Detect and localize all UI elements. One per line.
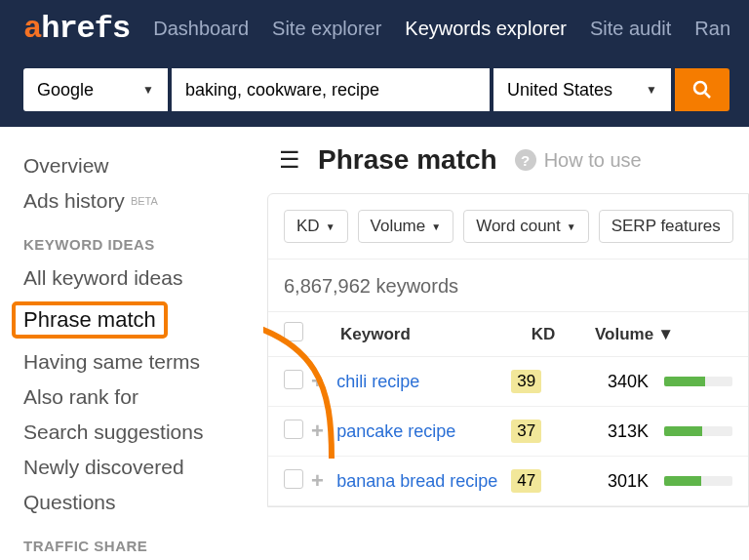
sort-descending-icon: ▼: [657, 325, 674, 344]
sidebar-item-label: Having same terms: [23, 350, 200, 374]
sidebar-overview[interactable]: Overview: [23, 154, 246, 178]
caret-down-icon: ▼: [646, 83, 657, 97]
menu-icon[interactable]: ☰: [279, 146, 300, 174]
search-engine-value: Google: [37, 80, 94, 100]
brand-logo[interactable]: ahrefs: [23, 11, 130, 47]
sidebar-also-rank-for[interactable]: Also rank for: [23, 385, 246, 409]
filter-label: SERP features: [611, 217, 721, 236]
question-icon: ?: [515, 149, 536, 171]
sidebar-having-same-terms[interactable]: Having same terms: [23, 350, 246, 374]
caret-down-icon: ▼: [326, 221, 335, 232]
search-engine-select[interactable]: Google ▼: [23, 68, 168, 111]
country-value: United States: [507, 80, 612, 100]
result-count: 6,867,962 keywords: [268, 259, 748, 311]
filters-row: KD▼ Volume▼ Word count▼ SERP features: [268, 210, 748, 259]
filter-word-count[interactable]: Word count▼: [463, 210, 589, 243]
sidebar-item-label: Also rank for: [23, 385, 138, 409]
nav-dashboard[interactable]: Dashboard: [153, 18, 249, 40]
sidebar-ads-history[interactable]: Ads history BETA: [23, 189, 246, 213]
sidebar-phrase-match[interactable]: Phrase match: [12, 301, 168, 339]
row-checkbox[interactable]: [284, 420, 303, 439]
help-link[interactable]: ? How to use: [515, 149, 642, 172]
sidebar-all-keyword-ideas[interactable]: All keyword ideas: [23, 266, 246, 290]
table-row: +pancake recipe37313K: [268, 407, 748, 457]
main: Overview Ads history BETA KEYWORD IDEAS …: [0, 127, 749, 560]
volume-value: 301K: [552, 471, 649, 492]
row-checkbox[interactable]: [284, 469, 303, 489]
logo-letter-a: a: [23, 11, 41, 47]
beta-badge: BETA: [131, 195, 158, 207]
filter-label: Word count: [476, 217, 561, 236]
logo-rest: hrefs: [41, 11, 130, 47]
filter-label: Volume: [371, 217, 426, 236]
sidebar-item-label: Overview: [23, 154, 109, 178]
sidebar-item-label: All keyword ideas: [23, 266, 182, 290]
caret-down-icon: ▼: [431, 221, 441, 232]
sidebar-heading-keyword-ideas: KEYWORD IDEAS: [23, 236, 246, 253]
search-button[interactable]: [675, 68, 729, 111]
row-checkbox[interactable]: [284, 370, 303, 389]
sidebar-questions[interactable]: Questions: [23, 491, 246, 514]
keywords-input[interactable]: baking, cookware, recipe: [172, 68, 490, 111]
filter-kd[interactable]: KD▼: [284, 210, 348, 243]
column-volume[interactable]: Volume▼: [571, 325, 674, 344]
column-keyword[interactable]: Keyword: [340, 325, 516, 344]
filter-volume[interactable]: Volume▼: [358, 210, 454, 243]
keyword-link[interactable]: pancake recipe: [336, 421, 455, 441]
sidebar-item-label: Search suggestions: [23, 420, 203, 444]
select-all-checkbox[interactable]: [284, 322, 303, 341]
volume-value: 340K: [552, 372, 649, 392]
svg-point-0: [694, 82, 706, 94]
keyword-link[interactable]: banana bread recipe: [336, 471, 497, 491]
content: ☰ Phrase match ? How to use KD▼ Volume▼ …: [263, 127, 749, 560]
keyword-link[interactable]: chili recipe: [336, 372, 419, 391]
sidebar-item-label: Questions: [23, 491, 116, 514]
nav-site-explorer[interactable]: Site explorer: [272, 18, 381, 40]
filter-serp-features[interactable]: SERP features: [599, 210, 733, 243]
table-header: Keyword KD Volume▼: [268, 311, 748, 357]
country-select[interactable]: United States ▼: [493, 68, 671, 111]
kd-badge: 39: [511, 370, 541, 393]
help-label: How to use: [544, 149, 642, 172]
content-header: ☰ Phrase match ? How to use: [263, 144, 749, 176]
nav-site-audit[interactable]: Site audit: [590, 18, 671, 40]
kd-badge: 47: [511, 469, 541, 493]
table-row: +chili recipe39340K: [268, 357, 748, 407]
search-icon: [692, 80, 712, 100]
topbar: ahrefs Dashboard Site explorer Keywords …: [0, 0, 749, 127]
svg-line-1: [705, 93, 710, 98]
kd-badge: 37: [511, 420, 541, 443]
add-icon[interactable]: +: [311, 369, 324, 393]
filter-label: KD: [296, 217, 320, 236]
nav-keywords-explorer[interactable]: Keywords explorer: [405, 18, 567, 40]
caret-down-icon: ▼: [567, 221, 576, 232]
volume-bar: [664, 377, 732, 386]
keywords-input-value: baking, cookware, recipe: [185, 80, 379, 100]
sidebar-item-label: Newly discovered: [23, 456, 184, 479]
volume-bar: [664, 476, 732, 486]
volume-value: 313K: [552, 421, 649, 442]
nav-rank-tracker[interactable]: Rank tracker: [694, 18, 729, 40]
column-kd[interactable]: KD: [516, 325, 571, 344]
caret-down-icon: ▼: [142, 83, 154, 97]
sidebar-heading-traffic-share: TRAFFIC SHARE: [23, 538, 246, 554]
add-icon[interactable]: +: [311, 419, 324, 443]
sidebar-item-label: Phrase match: [23, 307, 156, 333]
search-bar: Google ▼ baking, cookware, recipe United…: [23, 62, 729, 117]
add-icon[interactable]: +: [311, 468, 324, 493]
sidebar-newly-discovered[interactable]: Newly discovered: [23, 456, 246, 479]
volume-bar: [664, 426, 732, 436]
page-title: Phrase match: [318, 144, 497, 176]
sidebar-search-suggestions[interactable]: Search suggestions: [23, 420, 246, 444]
table-row: +banana bread recipe47301K: [268, 457, 748, 506]
sidebar: Overview Ads history BETA KEYWORD IDEAS …: [0, 127, 263, 560]
sidebar-item-label: Ads history: [23, 189, 125, 213]
top-nav-row: ahrefs Dashboard Site explorer Keywords …: [23, 0, 729, 57]
results-panel: KD▼ Volume▼ Word count▼ SERP features 6,…: [267, 193, 749, 507]
